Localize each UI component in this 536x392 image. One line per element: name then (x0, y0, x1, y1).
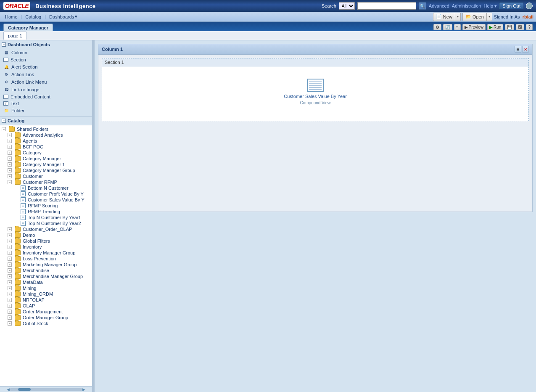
tree-item-loss-prevention[interactable]: + Loss Prevention (7, 256, 91, 262)
merchandise-manager-group-expand-icon[interactable]: + (8, 274, 12, 278)
demo-expand-icon[interactable]: + (8, 233, 12, 237)
help-link[interactable]: Help ▾ (484, 3, 497, 9)
dashboard-objects-collapse-icon[interactable]: − (2, 42, 6, 47)
dashboard-object-text[interactable]: T Text (2, 100, 90, 107)
tree-item-customer-rfmp[interactable]: − Customer RFMP (7, 179, 91, 185)
preview-button[interactable]: ▶ Preview (462, 24, 486, 30)
report-placeholder[interactable]: Customer Sales Value By Year Compound Vi… (284, 79, 347, 105)
dashboards-nav-button[interactable]: Dashboards ▾ (47, 13, 80, 20)
customer-expand-icon[interactable]: + (8, 174, 12, 178)
order-manager-group-expand-icon[interactable]: + (8, 315, 12, 320)
catalog-header[interactable]: − Catalog (0, 117, 92, 125)
global-filters-expand-icon[interactable]: + (8, 239, 12, 243)
tree-item-mining[interactable]: + Mining (7, 285, 91, 291)
tree-item-category-manager-1[interactable]: + Category Manager 1 (7, 162, 91, 167)
tree-item-category-manager[interactable]: + Category Manager (7, 156, 91, 162)
dashboard-object-column[interactable]: ▦ Column (2, 49, 90, 56)
dashboard-object-section[interactable]: Section (2, 56, 90, 63)
mining-expand-icon[interactable]: + (8, 286, 12, 290)
new-button[interactable]: 📄 New ▾ (433, 13, 461, 21)
catalog-nav-button[interactable]: Catalog (23, 13, 44, 20)
tree-item-rfmp-scoring[interactable]: RFMP Scoring (13, 203, 91, 209)
scroll-left-arrow-icon[interactable]: ◀ (7, 387, 10, 392)
tree-item-mining-ordm[interactable]: + Mining_ORDM (7, 291, 91, 297)
tree-item-advanced-analytics[interactable]: + Advanced Analytics (7, 132, 91, 138)
shared-folders-collapse-icon[interactable]: − (2, 127, 6, 131)
bcf-poc-expand-icon[interactable]: + (8, 145, 12, 149)
tree-item-marketing-manager-group[interactable]: + Marketing Manager Group (7, 262, 91, 268)
tree-item-customer[interactable]: + Customer (7, 173, 91, 179)
nrfolap-expand-icon[interactable]: + (8, 298, 12, 302)
tree-item-bottom-n-customer[interactable]: Bottom N Customer (13, 185, 91, 191)
scroll-right-arrow-icon[interactable]: ▶ (82, 387, 85, 392)
tree-item-category[interactable]: + Category (7, 150, 91, 156)
tree-item-rfmp-trending[interactable]: RFMP Trending (13, 209, 91, 215)
catalog-horizontal-scrollbar[interactable]: ◀ ▶ (0, 386, 92, 392)
merchandise-expand-icon[interactable]: + (8, 268, 12, 273)
dashboard-object-alert-section[interactable]: 🔔 Alert Section (2, 63, 90, 71)
catalog-collapse-icon[interactable]: − (2, 119, 6, 123)
dashboard-object-folder[interactable]: 📁 Folder (2, 107, 90, 114)
order-management-expand-icon[interactable]: + (8, 310, 12, 314)
sign-out-button[interactable]: Sign Out (499, 3, 523, 9)
category-expand-icon[interactable]: + (8, 151, 12, 155)
tree-item-top-n-customer-year2[interactable]: Top N Customer By Year2 (13, 220, 91, 226)
tree-item-customer-profit-value[interactable]: Customer Profit Value By Y (13, 191, 91, 197)
tree-item-merchandise[interactable]: + Merchandise (7, 268, 91, 273)
tree-item-shared-folders[interactable]: − Shared Folders (1, 126, 91, 132)
tree-item-customer-order-olap[interactable]: + Customer_Order_OLAP (7, 226, 91, 232)
save-as-button[interactable]: 🖫 (516, 24, 524, 30)
tree-item-order-management[interactable]: + Order Management (7, 309, 91, 315)
dashboard-object-action-link[interactable]: ⚙ Action Link (2, 71, 90, 78)
catalog-scrollbar-track[interactable] (10, 388, 82, 391)
tree-item-out-of-stock[interactable]: + Out of Stock (7, 320, 91, 326)
category-manager-1-expand-icon[interactable]: + (8, 162, 12, 167)
dashboard-object-link-or-image[interactable]: 🖼 Link or Image (2, 86, 90, 93)
tree-item-metadata[interactable]: + MetaData (7, 279, 91, 285)
tree-item-customer-sales-value[interactable]: Customer Sales Value By Y (13, 197, 91, 203)
catalog-scrollbar-thumb[interactable] (18, 388, 31, 391)
category-manager-group-expand-icon[interactable]: + (8, 168, 12, 172)
save-button[interactable]: 💾 (505, 24, 514, 30)
tree-item-agents[interactable]: + Agents (7, 138, 91, 144)
column1-close-button[interactable]: ✕ (522, 46, 529, 53)
toolbar-filters-button[interactable]: ≡ (454, 24, 461, 30)
toolbar-refresh-button[interactable]: 🔄 (443, 24, 452, 30)
category-manager-expand-icon[interactable]: + (8, 156, 12, 161)
loss-prevention-expand-icon[interactable]: + (8, 257, 12, 261)
olap-expand-icon[interactable]: + (8, 304, 12, 308)
mining-ordm-expand-icon[interactable]: + (8, 292, 12, 296)
run-button[interactable]: ▶ Run (487, 24, 503, 30)
administration-link[interactable]: Administration (452, 3, 481, 8)
inventory-expand-icon[interactable]: + (8, 245, 12, 249)
tree-item-inventory-manager-group[interactable]: + Inventory Manager Group (7, 250, 91, 256)
tree-item-merchandise-manager-group[interactable]: + Merchandise Manager Group (7, 273, 91, 279)
out-of-stock-expand-icon[interactable]: + (8, 321, 12, 326)
tree-item-category-manager-group[interactable]: + Category Manager Group (7, 167, 91, 173)
customer-order-olap-expand-icon[interactable]: + (8, 227, 12, 231)
marketing-manager-group-expand-icon[interactable]: + (8, 262, 12, 267)
search-input[interactable] (357, 2, 416, 10)
advanced-link[interactable]: Advanced (429, 3, 449, 8)
advanced-analytics-expand-icon[interactable]: + (8, 133, 12, 137)
tree-item-nrfolap[interactable]: + NRFOLAP (7, 297, 91, 303)
toolbar-properties-button[interactable]: ⚙ (433, 24, 441, 30)
open-button[interactable]: 📂 Open ▾ (462, 13, 492, 21)
home-nav-button[interactable]: Home (3, 13, 20, 20)
tree-item-global-filters[interactable]: + Global Filters (7, 238, 91, 244)
dashboard-objects-header[interactable]: − Dashboard Objects (2, 42, 90, 47)
help-toolbar-button[interactable]: ? (526, 24, 533, 30)
search-dropdown[interactable]: All (339, 2, 355, 10)
inventory-manager-group-expand-icon[interactable]: + (8, 251, 12, 255)
tree-item-order-manager-group[interactable]: + Order Manager Group (7, 315, 91, 320)
dashboard-object-action-link-menu[interactable]: ⚙ Action Link Menu (2, 78, 90, 86)
tree-item-top-n-customer-year1[interactable]: Top N Customer By Year1 (13, 215, 91, 220)
agents-expand-icon[interactable]: + (8, 139, 12, 143)
tree-item-bcf-poc[interactable]: + BCF POC (7, 144, 91, 150)
page-1-tab[interactable]: page 1 (3, 32, 27, 40)
tree-item-olap[interactable]: + OLAP (7, 303, 91, 309)
tree-item-inventory[interactable]: + Inventory (7, 244, 91, 250)
search-button[interactable]: 🔍 (419, 2, 426, 10)
metadata-expand-icon[interactable]: + (8, 280, 12, 284)
column1-list-button[interactable]: ≡ (515, 46, 521, 53)
